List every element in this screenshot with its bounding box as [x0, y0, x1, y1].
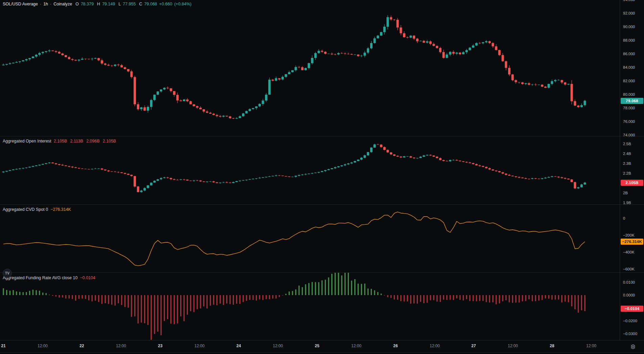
chart-canvas[interactable] [0, 0, 644, 354]
time-axis[interactable]: 2112:002212:002312:002412:002512:002612:… [0, 340, 644, 353]
separator: · [40, 2, 41, 6]
cvd-values: −276.314K [50, 207, 71, 212]
open-value: 78.379 [81, 2, 94, 6]
price-axis-tick: 80.000 [623, 92, 635, 96]
time-axis-day-label: 21 [1, 344, 5, 348]
open-interest-title: Aggregated Open Interest [3, 139, 51, 143]
cvd_spot-axis-tick: −200K [623, 233, 635, 237]
close-label: C [139, 2, 142, 6]
pane-divider[interactable] [0, 204, 644, 205]
cvd_spot-axis-tick: −600K [623, 267, 635, 271]
indicator-value: 2.096B [86, 139, 100, 143]
open_interest-series [2, 143, 586, 193]
funding-rate-values: −0.0104 [80, 275, 95, 280]
price-series [2, 15, 586, 119]
interval-label: 1h [43, 2, 48, 6]
high-value: 79.149 [102, 2, 115, 6]
open-label: O [75, 2, 79, 6]
time-axis-day-label: 22 [79, 344, 84, 348]
price-axis-tick: 84.000 [623, 65, 635, 69]
low-label: L [118, 2, 121, 6]
indicator-value: −0.0104 [80, 275, 95, 280]
price-axis-tick: 78.000 [623, 106, 635, 110]
indicator-value: −276.314K [50, 207, 71, 212]
symbol-header[interactable]: SOL/USD Average · 1h · Coinalyze O78.379… [3, 2, 192, 6]
price-axis-tick: 92.000 [623, 11, 635, 15]
open_interest-axis-tick: 1.9B [623, 201, 631, 205]
indicator-value: 2.105B [103, 139, 116, 143]
price-last-value-badge: 79.068 [621, 98, 643, 104]
cvd_spot-axis-tick: 0 [623, 216, 625, 220]
open-interest-header[interactable]: Aggregated Open Interest 2.105B2.113B2.0… [3, 139, 116, 143]
cvd_spot-series [3, 212, 585, 266]
change-value: +0.660 [159, 2, 172, 6]
funding_rate-axis-tick: −0.0200 [623, 319, 637, 323]
time-axis-day-label: 24 [236, 344, 241, 348]
open_interest-axis-tick: 2.4B [623, 152, 631, 156]
open-interest-values: 2.105B2.113B2.096B2.105B [54, 139, 116, 143]
indicator-value: 2.113B [70, 139, 83, 143]
tradingview-logo[interactable]: TV [3, 269, 12, 278]
price-axis-tick: 86.000 [623, 52, 635, 56]
price-axis-tick: 90.000 [623, 25, 635, 29]
cvd_spot-last-value-badge: −276.314K [621, 239, 643, 245]
time-axis-hour-label: 12:00 [586, 344, 596, 348]
high-label: H [97, 2, 100, 6]
time-axis-day-label: 28 [550, 344, 554, 348]
funding_rate-axis-tick: 0.0100 [623, 280, 635, 284]
time-axis-day-label: 23 [158, 344, 162, 348]
time-axis-hour-label: 12:00 [273, 344, 283, 348]
time-axis-day-label: 25 [315, 344, 319, 348]
time-axis-hour-label: 12:00 [194, 344, 205, 348]
cvd-header[interactable]: Aggregated CVD Spot 0 −276.314K [3, 207, 71, 212]
chart-root: SOL/USD Average · 1h · Coinalyze O78.379… [0, 0, 644, 354]
price-axis-tick: 76.000 [623, 119, 635, 124]
funding-rate-title: Aggregated Funding Rate AVG close 10 [3, 275, 77, 280]
time-axis-hour-label: 12:00 [116, 344, 126, 348]
indicator-value: 2.105B [54, 139, 67, 143]
close-value: 79.068 [144, 2, 157, 6]
cvd_spot-axis-tick: −400K [623, 250, 635, 254]
funding_rate-axis-tick: −0.0300 [623, 332, 637, 336]
price-axis-tick: 94.000 [623, 0, 635, 2]
pane-divider[interactable] [0, 136, 644, 136]
price-axis[interactable]: 94.00092.00090.00088.00086.00084.00082.0… [620, 0, 644, 352]
change-percent: (+0.84%) [174, 2, 191, 6]
time-axis-day-label: 27 [471, 344, 476, 348]
open_interest-axis-tick: 2.5B [623, 142, 631, 146]
time-axis-hour-label: 12:00 [351, 344, 361, 348]
price-axis-tick: 88.000 [623, 38, 635, 42]
time-axis-day-label: 26 [393, 344, 398, 348]
separator: · [50, 2, 51, 6]
symbol-name: SOL/USD Average [3, 2, 38, 6]
cvd-title: Aggregated CVD Spot 0 [3, 207, 48, 212]
price-axis-tick: 82.000 [623, 79, 635, 83]
pane-divider[interactable] [0, 272, 644, 273]
time-axis-hour-label: 12:00 [430, 344, 440, 348]
low-value: 77.955 [123, 2, 136, 6]
price-axis-tick: 74.000 [623, 133, 635, 137]
open_interest-axis-tick: 2B [623, 191, 628, 195]
axis-settings-gear-icon[interactable] [629, 343, 637, 350]
time-axis-hour-label: 12:00 [38, 344, 48, 348]
tradingview-logo-text: TV [5, 271, 9, 275]
funding-rate-header[interactable]: Aggregated Funding Rate AVG close 10 −0.… [3, 275, 95, 280]
open_interest-last-value-badge: 2.105B [621, 180, 643, 186]
time-axis-hour-label: 12:00 [508, 344, 518, 348]
funding_rate-last-value-badge: −0.0104 [621, 306, 643, 312]
open_interest-axis-tick: 2.2B [623, 171, 631, 175]
gear-icon [630, 344, 636, 350]
open_interest-axis-tick: 2.3B [623, 161, 631, 165]
source-label: Coinalyze [53, 2, 72, 6]
funding_rate-axis-tick: 0.0000 [623, 293, 635, 297]
